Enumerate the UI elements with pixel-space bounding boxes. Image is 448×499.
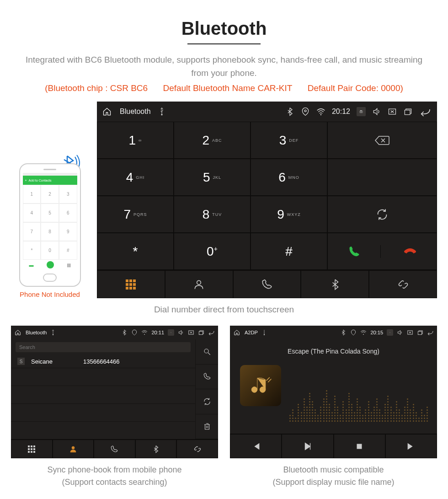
phonebook-panel: Bluetooth 20:11 Search	[11, 326, 218, 458]
equalizer	[289, 367, 428, 422]
phonebook-title: Bluetooth	[26, 330, 47, 335]
svg-point-4	[361, 111, 362, 113]
pb-call-button[interactable]	[195, 365, 218, 390]
prev-button[interactable]	[230, 434, 282, 458]
tab-pair[interactable]	[176, 440, 218, 458]
recent-apps-icon[interactable]	[198, 329, 204, 336]
svg-point-17	[264, 334, 265, 335]
close-icon[interactable]	[407, 329, 413, 336]
dial-key-7[interactable]: 7PQRS	[97, 196, 174, 233]
camera-icon[interactable]	[357, 107, 366, 116]
dialpad-icon	[28, 445, 35, 453]
dial-key-5[interactable]: 5JKL	[174, 159, 251, 196]
back-icon[interactable]	[419, 107, 432, 116]
tab-bluetooth[interactable]	[301, 270, 369, 298]
tab-pair[interactable]	[369, 270, 437, 298]
close-icon[interactable]	[388, 107, 397, 116]
dial-key-3[interactable]: 3DEF	[251, 122, 327, 159]
svg-rect-7	[405, 110, 410, 115]
dial-key-6[interactable]: 6MNO	[251, 159, 327, 196]
track-name: Escape (The Pina Colada Song)	[288, 348, 379, 355]
music-statusbar: A2DP 20:15	[230, 326, 437, 339]
contact-number: 13566664466	[83, 358, 120, 365]
home-icon[interactable]	[234, 329, 240, 336]
stop-button[interactable]	[334, 434, 385, 458]
music-time: 20:15	[370, 330, 383, 335]
dial-key-*[interactable]: *	[97, 233, 174, 270]
play-button[interactable]	[282, 434, 333, 458]
back-icon[interactable]	[427, 329, 433, 336]
search-input[interactable]: Search	[16, 342, 191, 352]
phone-header: +Add to Contacts	[23, 176, 77, 185]
svg-point-9	[53, 334, 53, 335]
pb-sync-button[interactable]	[195, 389, 218, 414]
tab-recent[interactable]	[94, 440, 135, 458]
tab-bluetooth[interactable]	[135, 440, 177, 458]
backspace-button[interactable]	[327, 122, 437, 159]
home-icon[interactable]	[102, 107, 112, 116]
usb-icon	[51, 329, 55, 336]
svg-point-16	[72, 446, 75, 449]
call-button[interactable]	[328, 245, 381, 258]
bluetooth-icon	[340, 329, 347, 336]
tab-contacts[interactable]	[165, 270, 233, 298]
svg-point-0	[161, 114, 162, 115]
home-icon[interactable]	[15, 329, 21, 336]
section-description: Integrated with BC6 Bluetooth module, su…	[23, 54, 425, 80]
volume-icon[interactable]	[178, 329, 184, 336]
svg-rect-23	[357, 444, 362, 449]
svg-point-8	[197, 280, 201, 284]
spec-chip: (Bluetooth chip : CSR BC6	[45, 83, 148, 93]
dial-key-4[interactable]: 4GHI	[97, 159, 174, 196]
volume-icon[interactable]	[397, 329, 403, 336]
tab-dialpad[interactable]	[11, 440, 53, 458]
phonebook-caption: Sync phone-book from mobile phone(Suppor…	[11, 464, 218, 488]
sync-button[interactable]	[327, 196, 437, 233]
phone-column: +Add to Contacts 123456789*0# ▬ ▦ Phone …	[11, 163, 89, 298]
usb-icon	[262, 329, 266, 336]
dial-blank	[327, 159, 437, 196]
wifi-icon	[316, 107, 325, 116]
call-buttons[interactable]	[327, 233, 437, 270]
dial-key-2[interactable]: 2ABC	[174, 122, 251, 159]
contact-badge: S	[17, 358, 25, 365]
phone-call-icon	[47, 261, 54, 268]
next-button[interactable]	[385, 434, 437, 458]
dial-key-1[interactable]: 1∞	[97, 122, 174, 159]
dial-key-#[interactable]: #	[251, 233, 327, 270]
dial-key-0[interactable]: 0+	[174, 233, 251, 270]
music-panel: A2DP 20:15 Escape (The Pina Colada Song)	[230, 326, 437, 458]
section-title: Bluetooth	[5, 18, 443, 39]
camera-icon[interactable]	[387, 329, 393, 336]
recent-apps-icon[interactable]	[403, 107, 412, 116]
hangup-button[interactable]	[384, 245, 437, 258]
phonebook-statusbar: Bluetooth 20:11	[11, 326, 218, 339]
wifi-icon	[360, 329, 367, 336]
tab-recent[interactable]	[233, 270, 301, 298]
svg-point-15	[204, 349, 208, 353]
volume-icon[interactable]	[372, 107, 381, 116]
spec-line: (Bluetooth chip : CSR BC6 Default Blueto…	[5, 83, 443, 93]
close-icon[interactable]	[188, 329, 194, 336]
tab-dialpad[interactable]	[97, 270, 165, 298]
bluetooth-icon	[285, 107, 294, 116]
tab-contacts[interactable]	[53, 440, 94, 458]
contact-row[interactable]: S Seicane 13566664466	[11, 355, 195, 368]
svg-point-2	[320, 114, 322, 115]
recent-apps-icon[interactable]	[417, 329, 423, 336]
dial-key-9[interactable]: 9WXYZ	[251, 196, 327, 233]
svg-point-20	[390, 333, 390, 333]
back-icon[interactable]	[208, 329, 214, 336]
spec-code: Default Pair Code: 0000)	[308, 83, 403, 93]
camera-icon[interactable]	[168, 329, 174, 336]
wifi-icon	[141, 329, 148, 336]
svg-point-12	[171, 333, 171, 333]
phone-mockup: +Add to Contacts 123456789*0# ▬ ▦	[19, 163, 81, 287]
svg-point-1	[304, 110, 306, 112]
pb-delete-button[interactable]	[195, 414, 218, 440]
pb-search-button[interactable]	[195, 339, 218, 365]
dialer-statusbar: Bluetooth 20:12	[97, 102, 437, 122]
album-art-icon	[240, 365, 281, 406]
dial-key-8[interactable]: 8TUV	[174, 196, 251, 233]
svg-rect-5	[361, 110, 362, 111]
